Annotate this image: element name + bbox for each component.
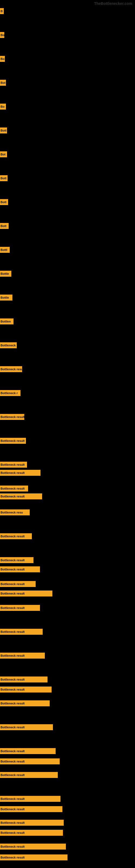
bar-item-3: Bot: [0, 80, 6, 86]
bar-item-41: Bottleneck result: [0, 820, 64, 826]
bar-label-27: Bottleneck result: [0, 581, 36, 587]
bar-label-38: Bottleneck result: [0, 772, 58, 778]
bar-item-8: Bott: [0, 199, 8, 205]
bar-label-26: Bottleneck result: [0, 566, 40, 572]
bar-label-35: Bottleneck result: [0, 724, 53, 730]
bar-item-4: Bo: [0, 104, 6, 110]
bar-item-42: Bottleneck result: [0, 830, 63, 836]
bar-label-42: Bottleneck result: [0, 830, 63, 836]
bar-label-31: Bottleneck result: [0, 653, 45, 659]
bar-label-4: Bo: [0, 104, 6, 110]
bar-label-30: Bottleneck result: [0, 629, 43, 635]
bar-item-35: Bottleneck result: [0, 724, 53, 730]
bar-label-40: Bottleneck result: [0, 806, 62, 812]
bar-item-11: Bottle: [0, 271, 11, 277]
bar-label-16: Bottleneck r: [0, 390, 20, 396]
bar-item-25: Bottleneck result: [0, 557, 34, 563]
bar-label-43: Bottleneck result: [0, 844, 66, 849]
bar-label-33: Bottleneck result: [0, 686, 52, 692]
bar-label-21: Bottleneck result: [0, 486, 28, 492]
bar-label-41: Bottleneck result: [0, 820, 64, 826]
bar-label-32: Bottleneck result: [0, 677, 48, 682]
bar-item-14: Bottleneck: [0, 342, 17, 348]
bar-label-20: Bottleneck result: [0, 470, 41, 476]
bar-label-9: Bott: [0, 223, 9, 229]
bar-item-30: Bottleneck result: [0, 629, 43, 635]
bar-label-36: Bottleneck result: [0, 748, 56, 754]
bar-item-21: Bottleneck result: [0, 486, 28, 492]
bar-item-0: B: [0, 8, 4, 14]
bar-item-6: Bot: [0, 151, 7, 157]
bar-item-37: Bottleneck result: [0, 758, 60, 764]
bar-label-6: Bot: [0, 151, 7, 157]
bar-item-2: Bo: [0, 56, 5, 62]
bar-label-7: Bott: [0, 175, 8, 181]
bar-item-27: Bottleneck result: [0, 581, 36, 587]
bar-item-29: Bottleneck result: [0, 605, 40, 611]
bar-item-38: Bottleneck result: [0, 772, 58, 778]
bar-item-18: Bottleneck result: [0, 438, 26, 444]
bar-item-5: Bott: [0, 127, 7, 133]
bar-label-37: Bottleneck result: [0, 758, 60, 764]
bar-label-15: Bottleneck resu: [0, 366, 22, 372]
bar-item-32: Bottleneck result: [0, 677, 48, 682]
bar-label-17: Bottleneck result: [0, 414, 24, 420]
bar-label-18: Bottleneck result: [0, 438, 26, 444]
bar-item-31: Bottleneck result: [0, 653, 45, 659]
bar-item-12: Bottle: [0, 294, 12, 301]
bar-label-11: Bottle: [0, 271, 11, 277]
bar-item-19: Bottleneck result: [0, 462, 27, 468]
bar-item-23: Bottleneck resu: [0, 509, 30, 516]
bar-item-7: Bott: [0, 175, 8, 181]
bar-item-1: Bo: [0, 32, 4, 38]
bar-item-40: Bottleneck result: [0, 806, 62, 812]
bar-label-5: Bott: [0, 127, 7, 133]
bar-label-2: Bo: [0, 56, 5, 62]
bar-item-28: Bottleneck result: [0, 590, 52, 596]
bar-label-24: Bottleneck result: [0, 533, 32, 539]
bar-label-13: Bottlen: [0, 318, 13, 324]
bar-item-15: Bottleneck resu: [0, 366, 22, 372]
bar-label-12: Bottle: [0, 294, 12, 301]
bar-item-9: Bott: [0, 223, 9, 229]
bar-item-43: Bottleneck result: [0, 844, 66, 849]
bar-label-8: Bott: [0, 199, 8, 205]
bar-label-23: Bottleneck resu: [0, 509, 30, 516]
bar-item-24: Bottleneck result: [0, 533, 32, 539]
bar-label-3: Bot: [0, 80, 6, 86]
bar-item-20: Bottleneck result: [0, 470, 41, 476]
bar-item-34: Bottleneck result: [0, 701, 50, 706]
bar-label-34: Bottleneck result: [0, 701, 50, 706]
bar-label-10: Bottl: [0, 247, 10, 253]
bar-label-19: Bottleneck result: [0, 462, 27, 468]
bar-label-44: Bottleneck result: [0, 855, 68, 860]
site-title: TheBottlenecker.com: [94, 1, 132, 6]
bar-label-14: Bottleneck: [0, 342, 17, 348]
bar-label-1: Bo: [0, 32, 4, 38]
bar-item-16: Bottleneck r: [0, 390, 20, 396]
bar-item-44: Bottleneck result: [0, 855, 68, 860]
bar-item-26: Bottleneck result: [0, 566, 40, 572]
bar-item-17: Bottleneck result: [0, 414, 24, 420]
bar-item-36: Bottleneck result: [0, 748, 56, 754]
bar-label-28: Bottleneck result: [0, 590, 52, 596]
bar-label-22: Bottleneck result: [0, 493, 42, 499]
bar-label-29: Bottleneck result: [0, 605, 40, 611]
bar-item-10: Bottl: [0, 247, 10, 253]
bar-item-39: Bottleneck result: [0, 796, 60, 802]
bar-item-22: Bottleneck result: [0, 493, 42, 499]
bar-item-13: Bottlen: [0, 318, 13, 324]
bar-label-0: B: [0, 8, 4, 14]
bar-label-25: Bottleneck result: [0, 557, 34, 563]
bar-item-33: Bottleneck result: [0, 686, 52, 692]
bar-label-39: Bottleneck result: [0, 796, 60, 802]
